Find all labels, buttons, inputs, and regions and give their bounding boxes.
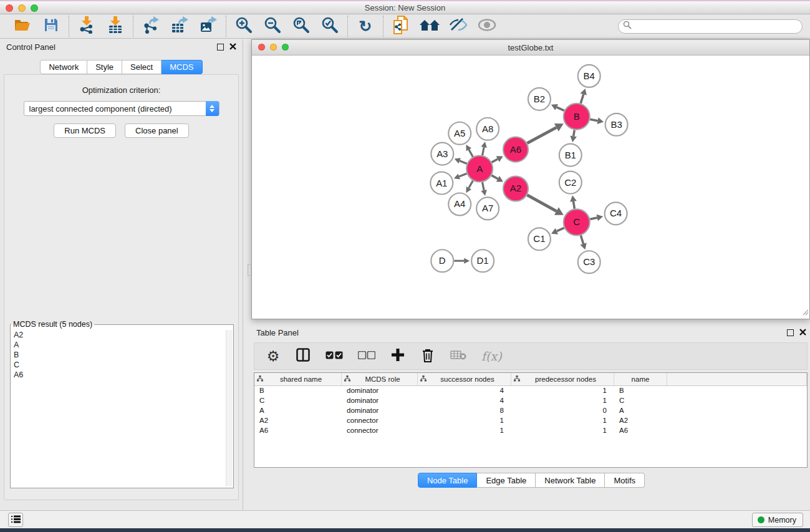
edge-A6-B[interactable] [527,127,556,143]
function-builder-button[interactable]: f(x) [481,347,502,365]
graph-node-D1[interactable]: D1 [471,249,494,272]
network-canvas[interactable]: ABCA6A2A1A3A4A5A7A8B1B2B3B4C1C2C3C4DD1 [252,56,809,319]
pane-divider-grip[interactable] [248,264,251,276]
fit-content-button[interactable] [292,17,311,36]
edge-B-B4[interactable] [581,94,583,104]
delete-column-button[interactable] [420,347,435,365]
edge-A-A5[interactable] [469,150,473,157]
tab-select[interactable]: Select [122,60,162,74]
split-columns-button[interactable] [296,347,311,365]
edge-A-A6[interactable] [491,159,498,162]
graph-node-B3[interactable]: B3 [605,114,628,136]
graph-node-A5[interactable]: A5 [448,122,471,145]
export-table-button[interactable] [170,17,189,36]
add-column-button[interactable] [390,347,405,365]
result-item[interactable]: A2 [12,330,224,340]
edge-C-C4[interactable] [590,218,597,220]
close-panel-button[interactable]: Close panel [125,123,189,138]
edge-A2-C[interactable] [527,195,556,211]
graph-node-C1[interactable]: C1 [528,228,551,250]
select-all-button[interactable] [325,347,343,365]
float-table-panel-icon[interactable] [787,329,794,336]
graph-node-A8[interactable]: A8 [476,118,499,140]
search-input[interactable] [634,22,798,31]
delete-table-button[interactable] [450,347,466,365]
edge-C-C2[interactable] [574,201,575,209]
table-row[interactable]: A2connector11A2 [254,416,807,426]
result-scrollbar[interactable] [226,330,233,486]
resize-grip-icon[interactable] [801,307,809,318]
result-item[interactable]: A [12,340,224,350]
float-panel-icon[interactable] [217,44,224,51]
graph-node-D[interactable]: D [431,249,453,272]
import-table-button[interactable] [106,17,125,36]
graph-node-A4[interactable]: A4 [448,193,471,215]
table-row[interactable]: Bdominator41B [254,386,807,396]
edge-A-A8[interactable] [483,147,485,155]
deselect-all-button[interactable] [358,347,375,365]
zoom-in-button[interactable] [234,17,253,36]
graph-node-A1[interactable]: A1 [430,172,453,195]
edge-A-A7[interactable] [483,182,485,190]
graph-node-C2[interactable]: C2 [559,172,582,194]
result-item[interactable]: C [12,360,224,370]
edge-A-A3[interactable] [460,161,467,164]
column-header-name[interactable]: name [614,373,667,385]
graph-node-B1[interactable]: B1 [559,144,582,167]
graph-node-B2[interactable]: B2 [528,88,551,110]
graph-node-C3[interactable]: C3 [578,251,600,273]
tab-network-table[interactable]: Network Table [536,473,605,488]
run-mcds-button[interactable]: Run MCDS [54,123,116,138]
tab-motifs[interactable]: Motifs [605,473,645,488]
network-window-titlebar[interactable]: testGlobe.txt [252,40,809,56]
table-row[interactable]: Adominator80A [254,406,807,416]
edge-C-C3[interactable] [581,235,583,244]
edge-A-A4[interactable] [469,181,473,188]
export-image-button[interactable] [199,17,218,36]
open-file-button[interactable] [13,17,32,36]
eye-button[interactable] [478,17,496,36]
result-item[interactable]: A6 [12,370,224,380]
edge-B-B1[interactable] [574,130,575,136]
graph-node-C[interactable]: C [564,209,590,235]
search-field[interactable] [618,19,803,34]
refresh-layout-button[interactable]: ↻ [356,17,375,36]
column-header-successor-nodes[interactable]: successor nodes [418,373,511,385]
graph-node-B[interactable]: B [564,104,590,130]
graph-node-A3[interactable]: A3 [431,143,453,165]
edge-A-A1[interactable] [459,173,466,177]
task-history-button[interactable] [8,513,23,527]
tab-mcds[interactable]: MCDS [162,60,202,74]
tab-network[interactable]: Network [40,60,87,74]
houses-button[interactable] [420,17,439,36]
column-header-mcds-role[interactable]: MCDS role [342,373,418,385]
graph-node-A6[interactable]: A6 [503,137,528,162]
table-settings-button[interactable]: ⚙ [266,347,281,365]
edge-C-C1[interactable] [557,228,564,231]
export-network-button[interactable] [142,17,160,36]
graph-node-C4[interactable]: C4 [605,202,627,225]
graph-node-B4[interactable]: B4 [578,65,600,87]
graph-node-A7[interactable]: A7 [476,197,499,220]
table-row[interactable]: A6connector11A6 [254,426,807,436]
tab-node-table[interactable]: Node Table [418,473,478,488]
import-network-button[interactable] [77,17,96,36]
tab-style[interactable]: Style [87,60,122,74]
show-hide-graphics-button[interactable] [449,17,468,36]
edge-B-B2[interactable] [557,107,564,111]
graph-node-A[interactable]: A [466,156,493,182]
result-item[interactable]: B [12,350,224,360]
network-from-selection-button[interactable] [392,17,410,36]
zoom-selected-button[interactable] [321,17,339,36]
memory-button[interactable]: Memory [752,513,803,527]
column-header-shared-name[interactable]: shared name [254,373,342,385]
edge-A-A2[interactable] [491,175,498,179]
save-session-button[interactable] [42,17,60,36]
close-panel-icon[interactable] [229,42,236,52]
close-table-panel-icon[interactable] [799,328,806,337]
table-row[interactable]: Cdominator41C [254,396,807,406]
edge-B-B3[interactable] [590,119,597,120]
graph-node-A2[interactable]: A2 [503,177,528,201]
zoom-out-button[interactable] [263,17,282,36]
criterion-select[interactable]: largest connected component (directed) [24,101,219,116]
